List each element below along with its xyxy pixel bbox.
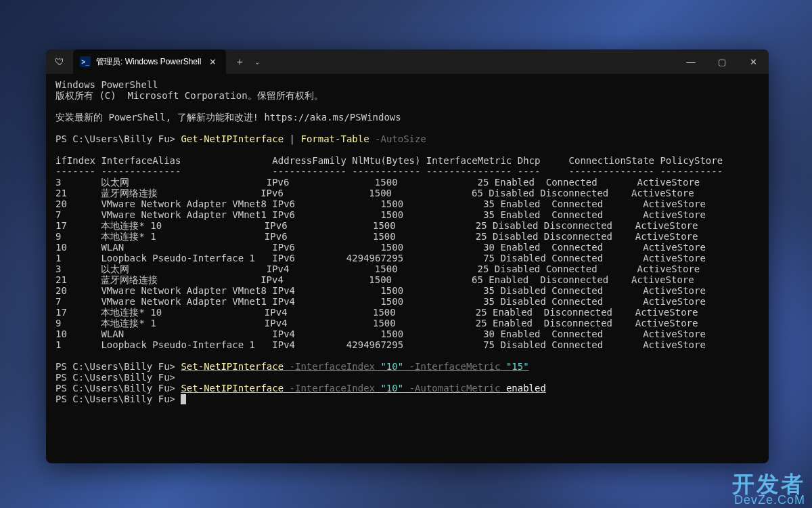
cmd-format: Format-Table	[300, 133, 369, 144]
terminal-window: 🛡 >_ 管理员: Windows PowerShell ✕ ＋ ⌄ — ▢ ✕…	[46, 49, 769, 463]
close-button[interactable]: ✕	[738, 49, 769, 74]
banner-line2: 版权所有 (C) Microsoft Corporation。保留所有权利。	[55, 90, 323, 101]
prompt: PS C:\Users\Billy Fu>	[55, 361, 181, 372]
cmd-get: Get-NetIPInterface	[181, 133, 284, 144]
cmd-set1: Set-NetIPInterface	[181, 361, 284, 372]
tab-powershell[interactable]: >_ 管理员: Windows PowerShell ✕	[73, 49, 226, 74]
prompt: PS C:\Users\Billy Fu>	[55, 372, 181, 383]
table-header: ifIndex InterfaceAlias AddressFamily NlM…	[55, 155, 723, 166]
prompt: PS C:\Users\Billy Fu>	[55, 133, 181, 144]
new-tab-button[interactable]: ＋	[229, 51, 250, 72]
terminal-output[interactable]: Windows PowerShell 版权所有 (C) Microsoft Co…	[46, 74, 769, 463]
banner-line1: Windows PowerShell	[55, 79, 158, 90]
titlebar[interactable]: 🛡 >_ 管理员: Windows PowerShell ✕ ＋ ⌄ — ▢ ✕	[46, 49, 769, 74]
shield-icon: 🛡	[46, 56, 73, 67]
cursor	[181, 394, 186, 404]
watermark: 开发者 DevZe.CoM	[732, 473, 805, 506]
tab-title: 管理员: Windows PowerShell	[96, 56, 201, 68]
table-body: 3 以太网 IPv6 1500 25 Enabled Connected Act…	[55, 177, 706, 350]
banner-line3: 安装最新的 PowerShell, 了解新功能和改进! https://aka.…	[55, 112, 401, 123]
prompt: PS C:\Users\Billy Fu>	[55, 383, 181, 394]
table-header-dash: ------- -------------- ------------- ---…	[55, 166, 723, 177]
watermark-top: 开发者	[732, 473, 805, 494]
prompt: PS C:\Users\Billy Fu>	[55, 394, 181, 404]
minimize-button[interactable]: —	[675, 49, 706, 74]
tab-close-button[interactable]: ✕	[206, 57, 219, 67]
maximize-button[interactable]: ▢	[706, 49, 738, 74]
watermark-bottom: DevZe.CoM	[732, 494, 805, 506]
cmd-arg: -AutoSize	[369, 133, 426, 144]
cmd-set2: Set-NetIPInterface	[181, 383, 284, 394]
powershell-icon: >_	[80, 56, 91, 67]
tab-dropdown-button[interactable]: ⌄	[250, 58, 264, 66]
